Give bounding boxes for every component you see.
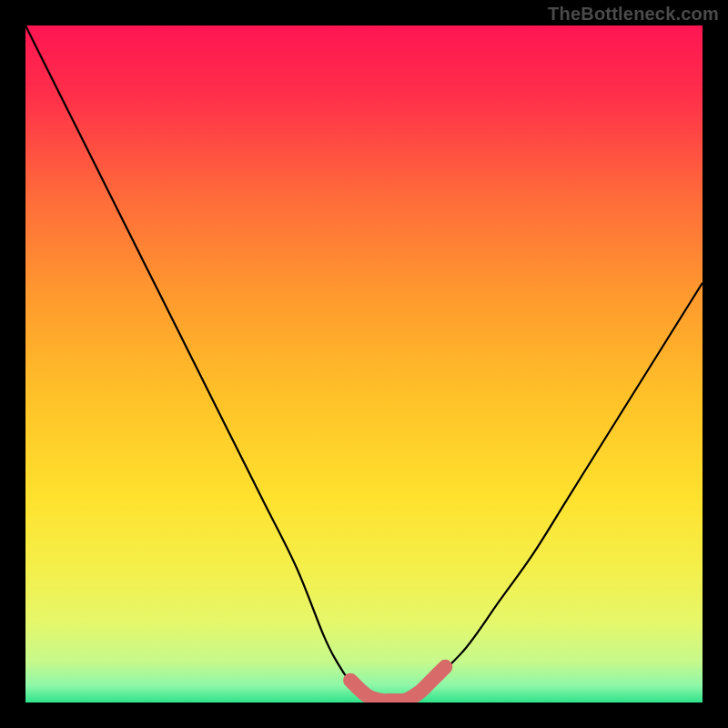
watermark-text: TheBottleneck.com [548, 4, 719, 25]
gradient-background [25, 25, 703, 703]
plot-area [25, 25, 703, 703]
bottleneck-chart-svg [25, 25, 703, 703]
chart-frame: TheBottleneck.com [0, 0, 728, 728]
